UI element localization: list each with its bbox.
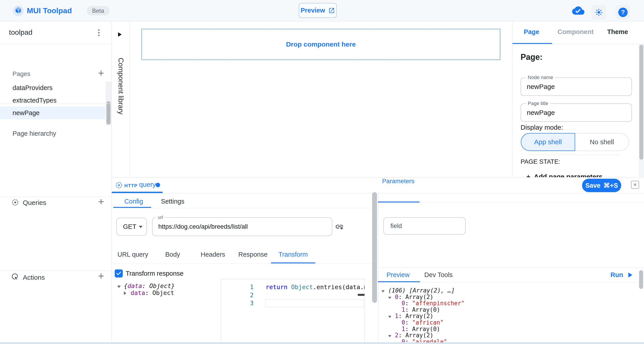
project-name: toolpad xyxy=(9,28,32,37)
beta-badge: Beta xyxy=(87,6,110,16)
code-text: return Object.entries(data.messag xyxy=(266,283,365,291)
sidebar-item-dataProviders[interactable]: dataProviders xyxy=(0,82,105,94)
component-library-strip[interactable]: Component library xyxy=(112,22,130,177)
tab-settings[interactable]: Settings xyxy=(161,198,184,205)
expander-closed-icon[interactable] xyxy=(124,289,130,296)
line-number: 1 xyxy=(221,283,254,291)
expander-open-icon[interactable] xyxy=(388,332,395,339)
expander-open-icon[interactable] xyxy=(388,313,395,319)
tab-preview[interactable]: Preview xyxy=(386,271,410,279)
chevron-down-icon xyxy=(139,226,142,228)
http-method-select[interactable]: GET xyxy=(116,218,147,236)
expander-open-icon[interactable] xyxy=(117,282,124,289)
code-line-3[interactable]: 3 xyxy=(221,299,364,307)
result-scrollbar-thumb[interactable] xyxy=(639,270,643,289)
page-hierarchy-label[interactable]: Page hierarchy xyxy=(12,130,56,137)
run-button-label: Run xyxy=(610,271,623,279)
divider xyxy=(112,263,378,264)
tree-row: 1: Array(2) xyxy=(382,313,465,319)
tree-row: 0: "affenpinscher" xyxy=(382,300,465,307)
divider xyxy=(512,44,644,44)
inspector-scrollbar[interactable] xyxy=(639,44,644,177)
display-mode-label: Display mode: xyxy=(520,124,563,131)
add-link-icon[interactable] xyxy=(335,222,344,231)
divider xyxy=(0,103,112,104)
preview-button[interactable]: Preview xyxy=(299,3,337,18)
sidebar-item-newPage[interactable]: newPage xyxy=(0,107,105,119)
queries-icon xyxy=(11,199,19,207)
tab-page[interactable]: Page xyxy=(524,28,539,36)
tree-row: data: Object xyxy=(117,289,175,296)
queries-section-label: Queries xyxy=(23,199,46,207)
sidebar-item-extractedTypes[interactable]: extractedTypes xyxy=(0,94,105,107)
divider xyxy=(0,44,112,44)
help-button[interactable]: ? xyxy=(616,5,630,20)
node-name-field[interactable]: Node name newPage xyxy=(520,78,632,96)
pages-scrollbar-thumb[interactable] xyxy=(106,101,110,124)
url-field-value: https://dog.ceo/api/breeds/list/all xyxy=(158,218,248,236)
tab-dev-tools[interactable]: Dev Tools xyxy=(424,271,453,279)
query-tab[interactable]: HTTP query xyxy=(112,178,162,193)
tab-response[interactable]: Response xyxy=(238,251,268,258)
query-name-label: query xyxy=(139,181,156,188)
display-mode-app-shell[interactable]: App shell xyxy=(521,133,575,151)
transform-response-label: Transform response xyxy=(126,270,183,277)
check-icon xyxy=(116,271,122,276)
app-title: MUI Toolpad xyxy=(27,6,72,15)
toolpad-logo-icon xyxy=(13,5,24,16)
add-page-button[interactable]: + xyxy=(96,68,106,78)
add-query-button[interactable]: + xyxy=(96,196,106,207)
display-mode-toggle: App shellNo shell xyxy=(521,133,629,151)
page-title-value: newPage xyxy=(527,104,555,121)
preview-result-tree: (106) [Array(2), …]0: Array(2)0: "affenp… xyxy=(382,287,465,344)
transform-code-editor[interactable]: 1return Object.entries(data.messag23 xyxy=(221,279,365,344)
divider xyxy=(112,208,378,208)
code-line-2[interactable]: 2 xyxy=(221,291,364,299)
code-line-1[interactable]: 1return Object.entries(data.messag xyxy=(221,283,364,291)
url-field[interactable]: url https://dog.ceo/api/breeds/list/all xyxy=(152,217,332,236)
query-protocol-label: HTTP xyxy=(124,183,138,188)
add-action-button[interactable]: + xyxy=(96,271,106,281)
display-mode-no-shell[interactable]: No shell xyxy=(575,133,629,151)
unsaved-dot-icon xyxy=(156,183,160,187)
page-title-field[interactable]: Page title newPage xyxy=(520,103,632,122)
cloud-done-icon[interactable] xyxy=(572,5,584,16)
run-button[interactable]: Run xyxy=(610,271,632,279)
chevron-right-icon[interactable] xyxy=(118,32,122,37)
expander-open-icon[interactable] xyxy=(382,287,388,294)
tab-parameters[interactable]: Parameters xyxy=(382,178,414,185)
tab-config[interactable]: Config xyxy=(124,198,143,205)
tree-row: (106) [Array(2), …] xyxy=(382,287,465,294)
inspector-panel: PageComponentTheme Page: Node name newPa… xyxy=(512,22,644,177)
line-number: 2 xyxy=(221,291,254,299)
page-canvas: Drop component here xyxy=(130,22,512,177)
divider xyxy=(378,267,644,268)
tab-transform[interactable]: Transform xyxy=(278,251,308,258)
tab-theme[interactable]: Theme xyxy=(607,28,628,36)
line-number: 3 xyxy=(221,299,254,307)
parameter-name-input[interactable]: field xyxy=(383,217,466,235)
pages-list: dataProvidersextractedTypesnewPage xyxy=(0,82,105,119)
pages-section-label: Pages xyxy=(12,70,30,78)
actions-section-label: Actions xyxy=(23,274,45,281)
overview-ruler-mark xyxy=(358,294,365,296)
add-page-parameters-button[interactable]: + Add page parameters xyxy=(526,173,602,177)
plus-icon: + xyxy=(526,173,530,177)
kebab-menu-icon[interactable] xyxy=(94,27,103,38)
inspector-scrollbar-thumb[interactable] xyxy=(639,45,643,160)
tab-component[interactable]: Component xyxy=(558,28,594,36)
tab-url-query[interactable]: URL query xyxy=(118,251,148,258)
query-editor-panel: HTTP query Save ⌘+S ✕ ConfigSettings GET… xyxy=(112,177,644,344)
transform-response-checkbox[interactable] xyxy=(115,269,123,277)
tab-headers[interactable]: Headers xyxy=(200,251,225,258)
component-library-label: Component library xyxy=(117,58,125,114)
add-page-parameters-label: Add page parameters xyxy=(534,173,603,177)
query-panel-scrollbar-thumb[interactable] xyxy=(372,192,377,303)
drop-zone[interactable]: Drop component here xyxy=(141,29,500,60)
tree-row: 0: Array(2) xyxy=(382,294,465,300)
app-header: MUI Toolpad Beta Preview ? xyxy=(0,0,644,22)
tab-body[interactable]: Body xyxy=(165,251,180,258)
project-row: toolpad xyxy=(0,22,112,44)
expander-open-icon[interactable] xyxy=(388,294,395,300)
theme-toggle-button[interactable] xyxy=(592,5,606,20)
